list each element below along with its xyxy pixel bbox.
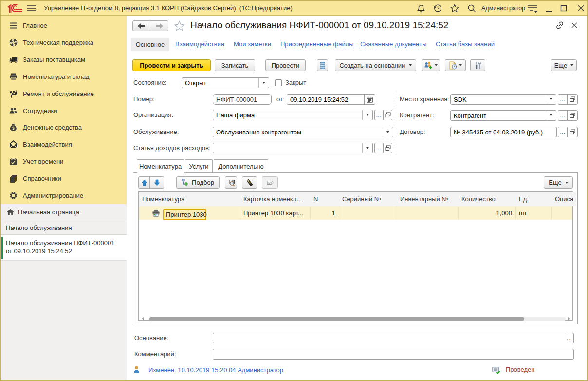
svg-text:$: $ — [12, 126, 15, 131]
svg-text:0-9: 0-9 — [267, 181, 272, 184]
